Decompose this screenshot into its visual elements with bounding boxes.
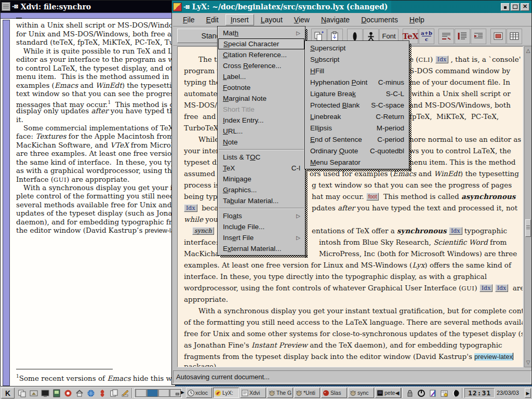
- task-button-the-g[interactable]: The G: [267, 388, 293, 398]
- launcher-kmail-button[interactable]: [97, 388, 108, 399]
- idx-inset-button[interactable]: Idx: [435, 56, 449, 63]
- foot-inset-button[interactable]: foot: [366, 193, 379, 201]
- synch-inset-button[interactable]: synch: [192, 227, 214, 235]
- document-scrollbar[interactable]: △ ▽: [524, 46, 532, 367]
- scroll-down-icon[interactable]: ▽: [525, 358, 531, 367]
- menu-item-label: External Material...: [223, 245, 300, 252]
- launcher-web-browser-button[interactable]: [85, 388, 97, 399]
- task-button-sync[interactable]: sync: [348, 388, 374, 398]
- pager-desktop-2[interactable]: [147, 389, 158, 397]
- text-segment: to control LaTeX, the typeset display, a…: [16, 64, 176, 72]
- launcher-home-button[interactable]: [74, 388, 85, 399]
- insert-menu-item-include-file[interactable]: Include File...: [218, 221, 304, 232]
- pin-icon[interactable]: -⊠: [12, 3, 18, 10]
- insert-menu-item-label[interactable]: Label...: [218, 71, 304, 82]
- menubar-item-edit[interactable]: Edit: [202, 15, 223, 25]
- insert-menu-item-citation-reference[interactable]: Citation Reference...: [218, 49, 304, 60]
- tray-logout-button[interactable]: [416, 388, 427, 399]
- insert-menu-item-tex[interactable]: TeXC-l: [218, 163, 304, 174]
- close-button[interactable]: ✕: [521, 3, 529, 11]
- insert-menu-item-insert-file[interactable]: Insert File▷: [218, 232, 304, 243]
- text-segment: TurboTeX: [184, 124, 218, 132]
- tray-lock-button[interactable]: [404, 388, 416, 399]
- xdvi-vertical-scrollbar[interactable]: [3, 20, 10, 386]
- pager-desktop-1[interactable]: [136, 389, 147, 397]
- minimize-button[interactable]: [501, 3, 510, 11]
- menubar-item-navigate[interactable]: Navigate: [316, 15, 354, 25]
- figure-button[interactable]: [490, 29, 506, 44]
- launcher-help-button[interactable]: [62, 388, 74, 399]
- task-button-unti[interactable]: *Unti: [294, 388, 320, 398]
- submenu-item-end-of-sentence[interactable]: End of SentenceC-period: [305, 134, 408, 145]
- maximize-button[interactable]: [511, 3, 520, 11]
- tray-moon-phase-button[interactable]: [450, 388, 461, 399]
- k-menu-button[interactable]: K: [1, 388, 15, 398]
- submenu-item-menu-separator[interactable]: Menu Separator: [305, 156, 408, 168]
- tray-klipper-button[interactable]: [427, 388, 438, 399]
- insert-menu-item-marginal-note[interactable]: Marginal Note: [218, 93, 304, 104]
- submenu-item-ellipsis[interactable]: EllipsisM-period: [305, 122, 408, 134]
- panel-hide-button[interactable]: ▶: [525, 388, 531, 398]
- idx-inset-button[interactable]: Idx: [449, 227, 462, 235]
- insert-menu-item-url[interactable]: URL...: [218, 126, 304, 137]
- math-mode-button[interactable]: a+bc: [419, 29, 434, 44]
- launcher-monitor-button[interactable]: [39, 388, 51, 399]
- submenu-item-hyphenation-point[interactable]: Hyphenation PointC-minus: [305, 76, 408, 88]
- insert-menu-item-floats[interactable]: Floats▷: [218, 210, 304, 221]
- text-segment: S-DOS command window by: [409, 66, 510, 75]
- insert-menu-item-cross-reference[interactable]: Cross Reference...: [218, 60, 304, 71]
- task-button-xdvi[interactable]: Xdvi: [240, 388, 266, 398]
- launcher-show-desktop-button[interactable]: [28, 388, 39, 399]
- menubar-item-insert[interactable]: Insert: [225, 14, 254, 25]
- submenu-item-ligature-break[interactable]: Ligature BreakS-C-L: [305, 88, 408, 99]
- depth-button[interactable]: [471, 29, 486, 44]
- menubar-item-help[interactable]: Help: [405, 15, 429, 25]
- insert-menu-item-short-title[interactable]: Short Title: [218, 104, 304, 115]
- insert-menu-item-minipage[interactable]: Minipage: [218, 174, 304, 184]
- scrollbar-thumb[interactable]: [525, 219, 531, 237]
- menubar-item-view[interactable]: View: [289, 15, 314, 25]
- insert-menu-item-lists-toc[interactable]: Lists & TOC: [218, 152, 304, 163]
- submenu-item-subscript[interactable]: Subscript: [305, 54, 408, 65]
- tray-organizer-button[interactable]: [438, 388, 450, 399]
- launcher-text-editor-button[interactable]: [119, 388, 131, 399]
- marginpar-button[interactable]: [455, 29, 470, 44]
- pager-desktop-4[interactable]: [170, 389, 181, 397]
- submenu-item-ordinary-quote[interactable]: Ordinary QuoteC-quotedbl: [305, 145, 408, 156]
- task-button-lyx[interactable]: LyX:: [213, 388, 239, 398]
- submenu-item-superscript[interactable]: Superscript: [305, 42, 408, 54]
- idx-inset-button[interactable]: Idx: [495, 284, 509, 292]
- task-button-xcloc[interactable]: xcloc: [186, 388, 212, 398]
- submenu-item-hfill[interactable]: HFill: [305, 65, 408, 76]
- insert-menu-item-index-entry[interactable]: Index Entry...: [218, 115, 304, 126]
- submenu-item-protected-blank[interactable]: Protected BlankS-C-space: [305, 99, 408, 111]
- taskbar-clock[interactable]: 12:31: [464, 388, 495, 398]
- pager-arrow-icon[interactable]: ▶: [181, 390, 184, 395]
- idx-inset-button[interactable]: Idx: [184, 204, 197, 212]
- menubar-item-documents[interactable]: Documents: [356, 15, 403, 25]
- launcher-window-list-button[interactable]: [17, 388, 28, 399]
- table-button[interactable]: [507, 29, 522, 44]
- insert-menu-item-external-material[interactable]: External Material...: [218, 243, 304, 254]
- insert-menu-item-footnote[interactable]: Footnote: [218, 82, 304, 93]
- launcher-file-manager-button[interactable]: [108, 388, 119, 399]
- task-button-slas[interactable]: Slas: [321, 388, 347, 398]
- xdvi-horizontal-scrollbar[interactable]: [1, 12, 175, 19]
- xdvi-titlebar[interactable]: -⊠ Xdvi: file:synchro: [1, 1, 175, 12]
- insert-menu-item-graphics[interactable]: Graphics...: [218, 184, 304, 195]
- insert-menu-item-tabular-material[interactable]: Tabular Material...: [218, 195, 304, 206]
- insert-menu-item-math[interactable]: Math▷: [218, 28, 304, 38]
- task-button-pete[interactable]: pete◀: [375, 388, 401, 398]
- footnote-button[interactable]: [438, 29, 454, 44]
- pager-desktop-3[interactable]: [158, 389, 169, 397]
- scroll-up-icon[interactable]: △: [525, 47, 531, 55]
- insert-menu-item-special-character[interactable]: Special Character: [218, 38, 304, 49]
- insert-menu-item-note[interactable]: Note: [218, 137, 304, 148]
- menubar-item-file[interactable]: File: [178, 15, 200, 25]
- submenu-item-linebreak[interactable]: LinebreakC-Return: [305, 111, 408, 122]
- lyx-titlebar[interactable]: -⊠ LyX: ~/doc/beginlatex/src/synchro.lyx…: [172, 1, 531, 13]
- idx-inset-button[interactable]: Idx: [480, 284, 493, 292]
- menubar-item-layout[interactable]: Layout: [256, 15, 287, 25]
- launcher-konsole-button[interactable]: [51, 388, 62, 399]
- pin-icon[interactable]: -⊠: [183, 4, 190, 10]
